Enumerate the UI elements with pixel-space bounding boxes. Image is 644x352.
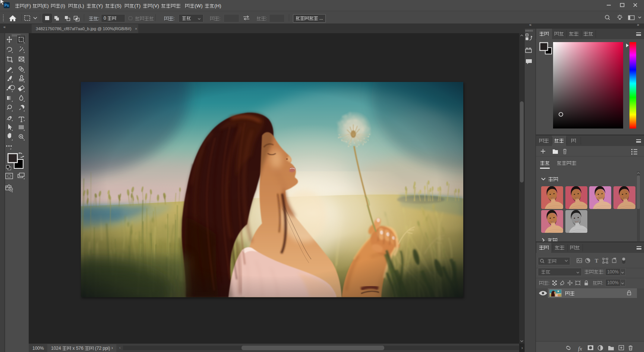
svg-text:T: T — [595, 258, 599, 264]
svg-text:fx: fx — [578, 346, 582, 352]
